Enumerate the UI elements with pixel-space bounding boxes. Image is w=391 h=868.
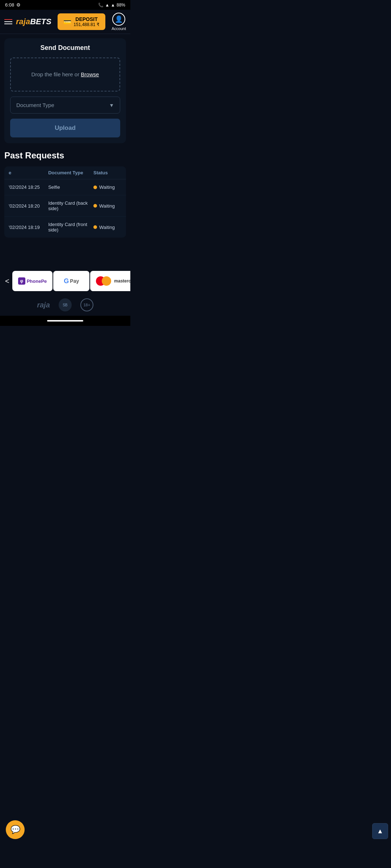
requests-table: e Document Type Status '02/2024 18:25 Se… bbox=[4, 166, 126, 238]
row2-status-label: Waiting bbox=[99, 203, 115, 209]
col-header-status: Status bbox=[93, 170, 122, 175]
upload-button[interactable]: Upload bbox=[10, 119, 120, 137]
phonepe-icon: φ bbox=[18, 277, 25, 285]
account-icon: 👤 bbox=[112, 13, 125, 26]
account-label: Account bbox=[112, 26, 126, 31]
mastercard-logo: mastercard bbox=[96, 276, 130, 286]
chevron-down-icon: ▼ bbox=[109, 102, 114, 108]
browse-link[interactable]: Browse bbox=[81, 71, 99, 77]
smartbet-icon: SB bbox=[59, 298, 72, 311]
logo-bets: BETS bbox=[30, 17, 51, 26]
payment-scroll: < φ PhonePe G Pay bbox=[0, 271, 130, 291]
logo-raja: raja bbox=[16, 17, 30, 26]
time: 6:08 bbox=[5, 2, 14, 8]
row1-date: '02/2024 18:25 bbox=[9, 184, 48, 190]
smartbet-label: SB bbox=[63, 303, 67, 307]
phonepe-label: PhonePe bbox=[27, 278, 47, 284]
row3-status-label: Waiting bbox=[99, 225, 115, 230]
call-icon: 📞 bbox=[98, 3, 104, 8]
gpay-payment-card: G Pay bbox=[53, 271, 89, 291]
age-restriction-badge: 18+ bbox=[80, 298, 93, 311]
past-requests-title: Past Requests bbox=[4, 150, 126, 161]
mastercard-orange-circle bbox=[102, 276, 111, 286]
home-indicator bbox=[47, 320, 83, 322]
drop-zone-text: Drop the file here or Browse bbox=[31, 71, 99, 77]
row2-doctype: Identity Card (back side) bbox=[48, 200, 93, 211]
row2-date: '02/2024 18:20 bbox=[9, 203, 48, 209]
payment-prev-button[interactable]: < bbox=[3, 277, 12, 285]
footer-logos: raja SB 18+ bbox=[0, 294, 130, 316]
hamburger-menu[interactable] bbox=[4, 19, 12, 24]
table-row: '02/2024 18:25 Selfie Waiting bbox=[4, 179, 126, 195]
deposit-amount: 151,488.81 ₹ bbox=[73, 22, 99, 27]
battery-text: 88% bbox=[117, 3, 125, 8]
signal-icon: ▲ bbox=[111, 3, 115, 8]
account-button[interactable]: 👤 Account bbox=[112, 13, 126, 31]
phonepe-payment-card: φ PhonePe bbox=[12, 271, 53, 291]
row3-status: Waiting bbox=[93, 225, 122, 230]
mastercard-label: mastercard bbox=[114, 278, 130, 284]
table-header: e Document Type Status bbox=[4, 166, 126, 179]
send-document-title: Send Document bbox=[10, 44, 120, 52]
status-dot-waiting bbox=[93, 204, 97, 208]
gpay-pay-label: Pay bbox=[70, 278, 79, 284]
main-content: Send Document Drop the file here or Brow… bbox=[0, 38, 130, 316]
col-header-doctype: Document Type bbox=[48, 170, 93, 175]
row2-status: Waiting bbox=[93, 203, 122, 209]
settings-icon: ⚙ bbox=[16, 2, 21, 8]
document-type-placeholder: Document Type bbox=[16, 102, 54, 108]
drop-zone-label: Drop the file here or bbox=[31, 71, 81, 77]
wifi-icon: ▲ bbox=[105, 3, 109, 8]
past-requests-section: Past Requests e Document Type Status '02… bbox=[0, 148, 130, 243]
drop-zone[interactable]: Drop the file here or Browse bbox=[10, 58, 120, 92]
deposit-button[interactable]: 💳 DEPOSIT 151,488.81 ₹ bbox=[58, 13, 105, 30]
logo[interactable]: rajaBETS bbox=[16, 17, 51, 26]
status-bar: 6:08 ⚙ 📞 ▲ ▲ 88% bbox=[0, 0, 130, 10]
status-dot-waiting bbox=[93, 186, 97, 189]
mastercard-payment-card: mastercard bbox=[90, 271, 130, 291]
header: rajaBETS 💳 DEPOSIT 151,488.81 ₹ 👤 Accoun… bbox=[0, 10, 130, 34]
table-row: '02/2024 18:19 Identity Card (front side… bbox=[4, 217, 126, 238]
row3-doctype: Identity Card (front side) bbox=[48, 222, 93, 233]
deposit-icon: 💳 bbox=[63, 18, 71, 26]
document-type-dropdown[interactable]: Document Type ▼ bbox=[10, 97, 120, 114]
table-row: '02/2024 18:20 Identity Card (back side)… bbox=[4, 195, 126, 217]
payment-section: < φ PhonePe G Pay bbox=[0, 265, 130, 294]
gpay-logo: G Pay bbox=[64, 277, 79, 285]
row3-date: '02/2024 18:19 bbox=[9, 225, 48, 230]
footer-raja-logo: raja bbox=[37, 301, 50, 309]
footer-smartbet-logo: SB bbox=[59, 298, 72, 311]
row1-status-label: Waiting bbox=[99, 184, 115, 190]
status-dot-waiting bbox=[93, 225, 97, 229]
deposit-label: DEPOSIT bbox=[75, 16, 97, 22]
row1-doctype: Selfie bbox=[48, 184, 93, 190]
bottom-nav bbox=[0, 316, 130, 326]
gpay-g-letter: G bbox=[64, 277, 69, 285]
row1-status: Waiting bbox=[93, 184, 122, 190]
send-document-section: Send Document Drop the file here or Brow… bbox=[4, 38, 126, 143]
phonepe-logo: φ PhonePe bbox=[18, 277, 47, 285]
col-header-date: e bbox=[9, 170, 48, 175]
